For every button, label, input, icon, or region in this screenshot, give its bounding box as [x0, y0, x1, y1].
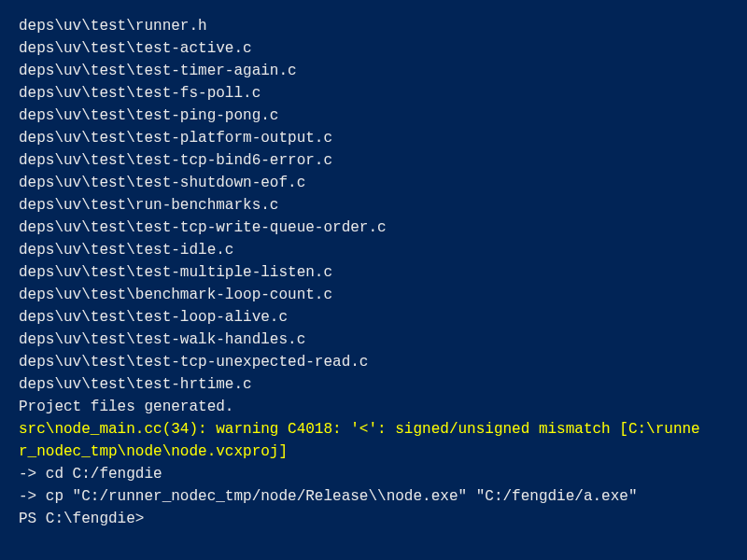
command-input[interactable] [144, 508, 728, 530]
prompt-line[interactable]: PS C:\fengdie> [19, 508, 728, 530]
output-line: deps\uv\test\test-tcp-unexpected-read.c [19, 351, 728, 373]
output-line: Project files generated. [19, 396, 728, 418]
output-line: deps\uv\test\runner.h [19, 15, 728, 37]
output-lines-container: deps\uv\test\runner.hdeps\uv\test\test-a… [19, 15, 728, 508]
warning-line: r_nodec_tmp\node\node.vcxproj] [19, 441, 728, 463]
output-line: -> cd C:/fengdie [19, 463, 728, 485]
output-line: deps\uv\test\run-benchmarks.c [19, 194, 728, 217]
terminal-output[interactable]: deps\uv\test\runner.hdeps\uv\test\test-a… [19, 15, 728, 530]
prompt-text: PS C:\fengdie> [19, 508, 144, 530]
output-line: deps\uv\test\test-idle.c [19, 239, 728, 261]
output-line: deps\uv\test\test-walk-handles.c [19, 329, 728, 351]
output-line: deps\uv\test\test-platform-output.c [19, 127, 728, 149]
output-line: deps\uv\test\test-tcp-write-queue-order.… [19, 217, 728, 239]
output-line: deps\uv\test\test-timer-again.c [19, 60, 728, 82]
output-line: -> cp "C:/runner_nodec_tmp/node/Release\… [19, 485, 728, 508]
output-line: deps\uv\test\test-hrtime.c [19, 373, 728, 396]
output-line: deps\uv\test\benchmark-loop-count.c [19, 284, 728, 306]
output-line: deps\uv\test\test-ping-pong.c [19, 105, 728, 127]
output-line: deps\uv\test\test-fs-poll.c [19, 82, 728, 105]
output-line: deps\uv\test\test-tcp-bind6-error.c [19, 149, 728, 172]
output-line: deps\uv\test\test-multiple-listen.c [19, 261, 728, 284]
output-line: deps\uv\test\test-loop-alive.c [19, 306, 728, 329]
warning-line: src\node_main.cc(34): warning C4018: '<'… [19, 418, 728, 441]
output-line: deps\uv\test\test-shutdown-eof.c [19, 172, 728, 194]
output-line: deps\uv\test\test-active.c [19, 37, 728, 60]
